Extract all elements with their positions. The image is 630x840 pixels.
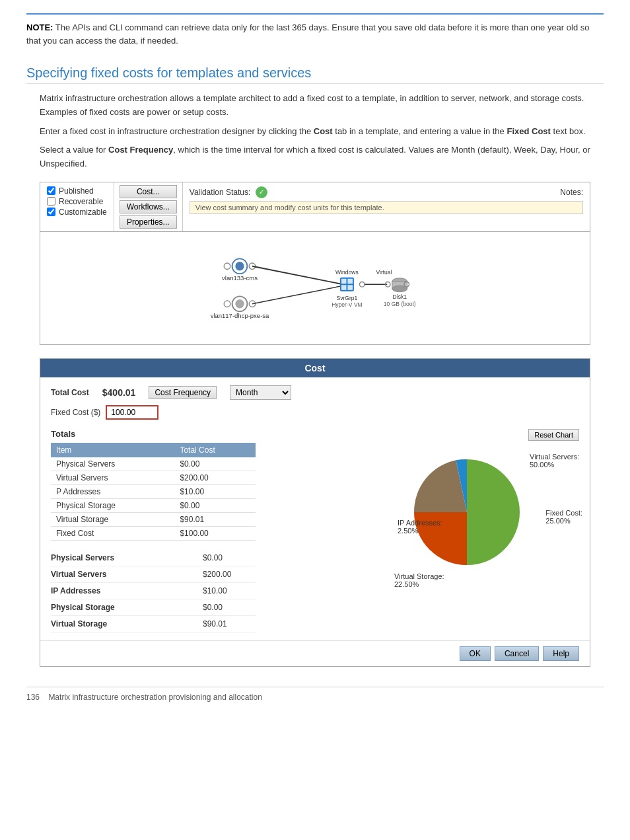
- page-footer-text: Matrix infrastructure orchestration prov…: [48, 693, 262, 702]
- svg-rect-13: [341, 279, 347, 284]
- table-cell-cost: $90.01: [174, 512, 256, 526]
- table-cell-item: P Addresses: [51, 484, 174, 498]
- recoverable-label: Recoverable: [59, 197, 103, 206]
- svg-text:Disk1: Disk1: [393, 293, 407, 300]
- svg-text:10 GB (boot): 10 GB (boot): [384, 301, 416, 307]
- table-row: Fixed Cost$100.00: [51, 526, 256, 540]
- detail-name: IP Addresses: [51, 586, 203, 595]
- cost-frequency-select[interactable]: Month Week Day Hour Unspecified: [230, 385, 291, 400]
- workflows-button[interactable]: Workflows...: [120, 200, 177, 213]
- table-row: Physical Storage$0.00: [51, 498, 256, 512]
- template-svg: vlan133-cms vlan117-dhcp-pxe-sa Windows …: [190, 245, 440, 331]
- fixed-cost-label-pie: Fixed Cost:25.00%: [545, 509, 582, 525]
- cost-content-area: Totals Item Total Cost Physical Servers$…: [51, 429, 579, 632]
- help-button[interactable]: Help: [543, 646, 579, 661]
- fixed-cost-label: Fixed Cost ($): [51, 408, 100, 417]
- detail-value: $0.00: [203, 603, 256, 612]
- published-row: Published: [47, 186, 107, 196]
- reset-chart-button[interactable]: Reset Chart: [528, 429, 579, 441]
- virtual-servers-pct: 50.00%: [530, 461, 554, 469]
- table-cell-item: Physical Servers: [51, 457, 174, 471]
- table-cell-cost: $100.00: [174, 526, 256, 540]
- cost-frequency-button[interactable]: Cost Frequency: [149, 386, 217, 399]
- svg-text:vlan133-cms: vlan133-cms: [222, 274, 258, 282]
- detail-value: $10.00: [203, 586, 256, 595]
- table-header-cost: Total Cost: [174, 443, 256, 457]
- svg-rect-15: [341, 285, 347, 290]
- paragraph-2: Enter a fixed cost in infrastructure orc…: [40, 125, 604, 139]
- template-buttons: Cost... Workflows... Properties...: [114, 182, 183, 231]
- table-row: Virtual Storage$90.01: [51, 512, 256, 526]
- tooltip-bar: View cost summary and modify cost units …: [190, 201, 583, 214]
- virtual-servers-label: Virtual Servers:50.00%: [530, 453, 579, 469]
- template-checkboxes: Published Recoverable Customizable: [40, 182, 114, 231]
- detail-name: Physical Storage: [51, 603, 203, 612]
- table-cell-item: Fixed Cost: [51, 526, 174, 540]
- paragraph-3: Select a value for Cost Frequency, which…: [40, 143, 604, 171]
- totals-table: Item Total Cost Physical Servers$0.00Vir…: [51, 443, 256, 541]
- page-number: 136: [26, 693, 40, 702]
- published-label: Published: [59, 186, 94, 196]
- template-designer: Published Recoverable Customizable Cost.…: [40, 182, 590, 345]
- detail-name: Virtual Storage: [51, 619, 203, 629]
- totals-title: Totals: [51, 429, 256, 439]
- cost-dialog-body: Total Cost $400.01 Cost Frequency Month …: [40, 377, 590, 640]
- customizable-row: Customizable: [47, 208, 107, 217]
- table-cell-cost: $10.00: [174, 484, 256, 498]
- recoverable-row: Recoverable: [47, 197, 107, 206]
- cost-button[interactable]: Cost...: [120, 185, 177, 198]
- table-cell-cost: $0.00: [174, 498, 256, 512]
- svg-rect-14: [347, 279, 353, 284]
- cost-dialog: Cost Total Cost $400.01 Cost Frequency M…: [40, 358, 590, 667]
- detail-row: IP Addresses$10.00: [51, 583, 256, 599]
- pie-container: Virtual Servers:50.00% Fixed Cost:25.00%…: [394, 446, 579, 592]
- detail-name: Physical Servers: [51, 553, 203, 562]
- total-cost-value: $400.01: [102, 387, 136, 398]
- fixed-cost-pct: 25.00%: [545, 517, 570, 525]
- validation-row: Validation Status: ✓ Notes:: [190, 186, 583, 198]
- detail-row: Physical Storage$0.00: [51, 599, 256, 616]
- cost-dialog-footer: OK Cancel Help: [40, 640, 590, 666]
- svg-point-6: [235, 299, 244, 308]
- ok-button[interactable]: OK: [460, 646, 491, 661]
- detail-row: Virtual Storage$90.01: [51, 616, 256, 632]
- virtual-storage-pct: 22.50%: [394, 580, 419, 588]
- template-validation: Validation Status: ✓ Notes: View cost su…: [183, 182, 590, 231]
- svg-text:Virtual: Virtual: [376, 269, 392, 276]
- recoverable-checkbox[interactable]: [47, 197, 55, 206]
- svg-text:vlan117-dhcp-pxe-sa: vlan117-dhcp-pxe-sa: [211, 312, 269, 319]
- note-text: The APIs and CLI command can retrieve da…: [26, 22, 589, 46]
- validation-label: Validation Status:: [190, 188, 251, 197]
- svg-point-1: [235, 262, 244, 270]
- table-row: P Addresses$10.00: [51, 484, 256, 498]
- note-box: NOTE: The APIs and CLI command can retri…: [26, 13, 604, 54]
- section-heading: Specifying fixed costs for templates and…: [26, 65, 604, 84]
- table-row: Physical Servers$0.00: [51, 457, 256, 471]
- table-cell-cost: $200.00: [174, 471, 256, 484]
- template-canvas: vlan133-cms vlan117-dhcp-pxe-sa Windows …: [40, 232, 590, 344]
- svg-rect-16: [347, 285, 353, 290]
- detail-value: $90.01: [203, 619, 256, 629]
- properties-button[interactable]: Properties...: [120, 215, 177, 229]
- table-header-item: Item: [51, 443, 174, 457]
- detail-value: $0.00: [203, 553, 256, 562]
- detail-row: Virtual Servers$200.00: [51, 566, 256, 583]
- tooltip-text: View cost summary and modify cost units …: [195, 204, 384, 211]
- chart-section: Reset Chart Virtual Servers:50.: [266, 429, 579, 632]
- published-checkbox[interactable]: [47, 186, 55, 195]
- table-cell-item: Physical Storage: [51, 498, 174, 512]
- svg-point-21: [359, 282, 365, 287]
- cost-top-row: Total Cost $400.01 Cost Frequency Month …: [51, 385, 579, 400]
- cost-dialog-header: Cost: [40, 359, 590, 377]
- fixed-cost-row: Fixed Cost ($) 100.00: [51, 405, 579, 420]
- notes-label: Notes:: [560, 188, 583, 197]
- validation-icon: ✓: [256, 186, 267, 198]
- total-cost-label: Total Cost: [51, 388, 89, 397]
- fixed-cost-input[interactable]: 100.00: [106, 405, 158, 420]
- template-topbar: Published Recoverable Customizable Cost.…: [40, 182, 590, 232]
- cancel-button[interactable]: Cancel: [495, 646, 539, 661]
- detail-name: Virtual Servers: [51, 570, 203, 579]
- svg-text:Windows: Windows: [335, 269, 359, 276]
- table-cell-item: Virtual Storage: [51, 512, 174, 526]
- customizable-checkbox[interactable]: [47, 208, 55, 216]
